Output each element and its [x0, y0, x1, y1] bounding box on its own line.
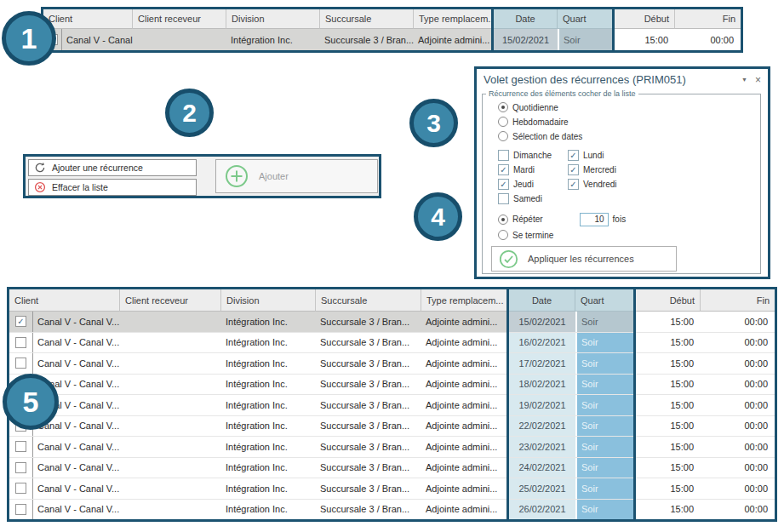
- step-badge-5: 5: [3, 374, 59, 430]
- panel-dropdown-icon[interactable]: ▼: [741, 77, 747, 83]
- cell-quart: Soir: [575, 333, 634, 353]
- row-checkbox[interactable]: [15, 441, 26, 452]
- end-label: Se termine: [512, 231, 553, 240]
- column-header-division[interactable]: Division: [221, 289, 316, 312]
- column-header-fin[interactable]: Fin: [675, 9, 741, 29]
- cell-client-receveur: [120, 416, 221, 437]
- table-row[interactable]: Canal V - Canal V...Intégration Inc.Succ…: [9, 395, 775, 416]
- column-header-d-but[interactable]: Début: [613, 9, 675, 29]
- column-header-type-remplacem-[interactable]: Type remplacem...: [414, 9, 494, 29]
- cell-fin: 00:00: [701, 478, 775, 499]
- table-row[interactable]: Canal V - Canal V...Intégration Inc.Succ…: [9, 437, 775, 458]
- step-badge-1: 1: [2, 11, 56, 66]
- column-header-client[interactable]: Client: [43, 9, 133, 29]
- column-header-date[interactable]: Date: [509, 289, 575, 312]
- cell-succursale: Succursale 3 / Bran...: [316, 375, 421, 395]
- table-row[interactable]: Canal V - Canal V...Intégration Inc.Succ…: [9, 375, 775, 396]
- weekday-checkbox-dimanche[interactable]: [498, 150, 509, 161]
- column-header-client[interactable]: Client: [9, 289, 120, 312]
- column-header-type-remplacem-[interactable]: Type remplacem...: [421, 289, 509, 312]
- cell-succursale: Succursale 3 / Bran...: [316, 416, 421, 437]
- weekday-checkbox-samedi[interactable]: [498, 193, 509, 204]
- weekday-checkbox-jeudi[interactable]: [498, 179, 509, 190]
- panel-close-icon[interactable]: ×: [755, 75, 761, 85]
- table-row[interactable]: Canal V - Canal V...Intégration Inc.Succ…: [9, 416, 775, 438]
- table-row[interactable]: Canal V - Canal V...Intégration Inc.Succ…: [9, 353, 775, 375]
- frequency-radio-quotidienne[interactable]: [498, 102, 508, 112]
- cell-quart: Soir: [575, 395, 634, 415]
- cell-division: Intégration Inc.: [221, 500, 316, 520]
- recurrence-groupbox: Récurrence des éléments cocher de la lis…: [482, 94, 761, 274]
- weekday-checkbox-lundi[interactable]: [568, 150, 579, 161]
- weekday-label: Jeudi: [513, 180, 534, 189]
- table-row[interactable]: Canal V - Canal V...Intégration Inc.Succ…: [9, 333, 775, 354]
- row-checkbox[interactable]: [15, 337, 26, 348]
- row-checkbox[interactable]: [15, 483, 26, 494]
- repeat-radio[interactable]: [498, 215, 508, 225]
- column-header-d-but[interactable]: Début: [634, 289, 701, 312]
- cell-succursale: Succursale 3 / Bran...: [316, 478, 421, 499]
- column-header-division[interactable]: Division: [226, 9, 320, 29]
- cell-succursale: Succursale 3 / Bran...: [316, 353, 421, 374]
- frequency-option: Hebdomadaire: [498, 116, 753, 128]
- table-row[interactable]: Canal V - Canal V...Intégration Inc.Succ…: [9, 458, 775, 479]
- weekday-checkbox-vendredi[interactable]: [568, 179, 579, 190]
- weekday-label: Mardi: [513, 165, 535, 174]
- column-header-fin[interactable]: Fin: [701, 289, 775, 312]
- frequency-radio-hebdomadaire[interactable]: [498, 117, 508, 127]
- table-row[interactable]: Canal V - Canal V...Intégration Inc.Succ…: [9, 312, 775, 333]
- cell-date: 19/02/2021: [509, 395, 575, 415]
- clear-list-button[interactable]: Effacer la liste: [28, 179, 197, 196]
- cell-division: Intégration Inc.: [221, 375, 316, 395]
- cell-division: Intégration Inc.: [221, 312, 316, 332]
- add-button[interactable]: Ajouter: [215, 159, 378, 193]
- cell-date: 15/02/2021: [509, 312, 575, 332]
- cell-debut: 15:00: [634, 333, 701, 353]
- table-row[interactable]: Canal V - Canal V...Intégration Inc.Succ…: [9, 478, 775, 500]
- end-radio[interactable]: [498, 230, 508, 240]
- repeat-count-input[interactable]: [580, 213, 609, 226]
- cell-client-receveur: [120, 395, 221, 415]
- table-row[interactable]: Canal V - Canal V...Intégration Inc.Succ…: [9, 500, 775, 520]
- column-header-date[interactable]: Date: [494, 9, 558, 29]
- frequency-radio-s-lection-de-dates[interactable]: [498, 131, 508, 141]
- weekday-option: Dimanche: [498, 148, 568, 163]
- row-checkbox[interactable]: [15, 358, 26, 369]
- cell-client-receveur: [120, 333, 221, 353]
- end-option-row: Se termine: [498, 229, 753, 241]
- column-header-quart[interactable]: Quart: [558, 9, 613, 29]
- row-checkbox-cell: [9, 500, 33, 520]
- cell-debut: 15:00: [634, 437, 701, 457]
- row-checkbox-cell: [9, 353, 33, 374]
- recurrence-list-table-header: ClientClient receveurDivisionSuccursaleT…: [9, 289, 775, 312]
- add-button-label: Ajouter: [259, 171, 289, 181]
- cell-client: Canal V - Canal V...: [33, 333, 120, 353]
- repeat-suffix: fois: [613, 215, 627, 224]
- row-checkbox-cell: [9, 312, 33, 332]
- weekday-checkbox-mardi[interactable]: [498, 164, 509, 175]
- cell-client: Canal V - Canal V...: [33, 312, 120, 332]
- cell-client-receveur: [120, 478, 221, 499]
- column-header-succursale[interactable]: Succursale: [316, 289, 421, 312]
- recurrence-actions-panel: Ajouter une récurrence Effacer la liste …: [23, 154, 381, 198]
- column-header-client-receveur[interactable]: Client receveur: [120, 289, 221, 312]
- cell-fin: 00:00: [701, 395, 775, 415]
- cell-type-remplacement: Adjointe admini...: [421, 395, 509, 415]
- table-row[interactable]: Canal V - Canal V...Intégration Inc.Succ…: [43, 29, 741, 50]
- cell-client: Canal V - Canal V...: [62, 29, 133, 50]
- weekday-checkbox-mercredi[interactable]: [568, 164, 579, 175]
- row-checkbox[interactable]: [15, 316, 26, 327]
- column-header-client-receveur[interactable]: Client receveur: [133, 9, 226, 29]
- clear-list-label: Effacer la liste: [52, 182, 108, 192]
- column-header-succursale[interactable]: Succursale: [320, 9, 414, 29]
- apply-recurrences-button[interactable]: Appliquer les récurrences: [491, 246, 677, 272]
- repeat-option-row: Répéter fois: [498, 212, 753, 226]
- row-checkbox[interactable]: [15, 462, 26, 473]
- row-checkbox[interactable]: [15, 504, 26, 515]
- cell-date: 18/02/2021: [509, 375, 575, 395]
- row-checkbox-cell: [9, 437, 33, 457]
- column-header-quart[interactable]: Quart: [575, 289, 634, 312]
- frequency-option: Sélection de dates: [498, 130, 753, 142]
- cell-division: Intégration Inc.: [221, 353, 316, 374]
- add-recurrence-button[interactable]: Ajouter une récurrence: [28, 159, 197, 176]
